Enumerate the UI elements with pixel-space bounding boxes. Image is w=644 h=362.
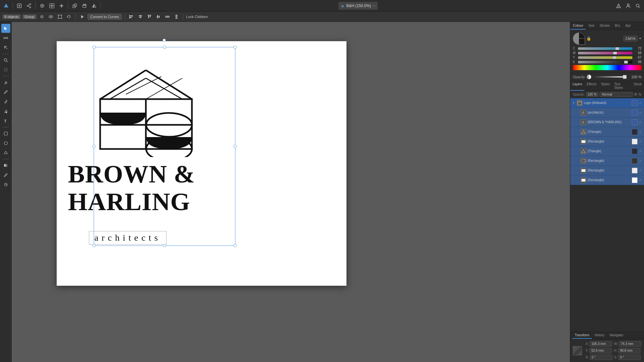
measure-tool[interactable] [1,180,10,189]
layers-fx-icon[interactable]: fx [639,92,641,97]
person-icon[interactable] [624,2,632,10]
layer-item[interactable]: A (architects) ✓ [570,108,644,117]
select-tool[interactable] [1,24,10,33]
tab-layers[interactable]: Layers [570,81,584,91]
eyedropper-tool[interactable] [1,171,10,180]
tab-effects[interactable]: Effects [584,81,599,91]
play-icon[interactable] [79,13,86,20]
pencil-tool[interactable] [1,88,10,97]
crop-tool[interactable] [1,65,10,74]
k-thumb[interactable] [624,61,628,63]
grid-icon[interactable] [57,2,66,10]
gradient-tool[interactable] [1,161,10,170]
opacity-slider[interactable] [593,76,627,78]
align-center-v-icon[interactable] [155,13,162,20]
zoom-tool[interactable] [1,56,10,65]
layer-visibility-check[interactable]: ✓ [639,159,642,163]
align-top-icon[interactable] [146,13,153,20]
pen-tool[interactable] [1,78,10,87]
tab-transform[interactable]: Transform [572,332,592,339]
layers-mode-select[interactable]: Normal [600,92,633,97]
align-center-h-icon[interactable] [137,13,144,20]
c-thumb[interactable] [615,47,619,50]
rotate-icon[interactable] [65,13,72,20]
convert-curves-btn[interactable]: Convert to Curves [88,14,122,20]
align-left-icon[interactable] [128,13,135,20]
layer-item[interactable]: ▼ Logo (Artboard) ✓ [570,98,644,108]
share-icon[interactable] [25,2,33,10]
search-icon[interactable] [634,2,642,10]
layer-visibility-check[interactable]: ✓ [639,168,642,173]
tab-colour[interactable]: Colour [570,22,586,30]
close-tab-icon[interactable]: × [373,4,375,8]
polygon-tool[interactable] [1,148,10,157]
fill-tool[interactable] [1,107,10,116]
tab-history[interactable]: History [592,332,607,339]
m-bar[interactable] [578,52,632,54]
layer-visibility-check[interactable]: ✓ [639,101,642,105]
y-bar[interactable] [578,56,632,59]
opacity-thumb[interactable] [623,75,627,79]
rotation-handle[interactable] [163,39,166,42]
align-distribute-icon[interactable] [164,13,171,20]
shape-tool[interactable] [1,129,10,138]
app-icon-affinity[interactable] [2,2,10,10]
color-lock-icon[interactable]: 🔒 [586,36,591,41]
layer-visibility-check[interactable]: ✓ [639,110,642,115]
canvas-area[interactable]: BROWN & HARLING architects [12,22,570,362]
k-bar[interactable] [578,61,632,63]
warning-icon[interactable] [614,2,623,10]
r-input[interactable] [590,355,612,360]
s-input[interactable] [618,355,641,360]
flip-icon[interactable] [90,2,98,10]
layer-item[interactable]: (Rectangle) ✓ [570,156,644,166]
tab-text-styles[interactable]: Text Styles [612,81,631,91]
x-input[interactable] [590,341,612,347]
align-distribute-v-icon[interactable] [173,13,180,20]
m-thumb[interactable] [613,52,617,54]
y-input[interactable] [589,348,612,353]
tab-stock[interactable]: Stock [631,81,644,91]
c-bar[interactable] [578,47,632,50]
view-icon[interactable] [38,2,46,10]
arrange-icon-1[interactable] [71,2,79,10]
transform-tool[interactable] [1,43,10,52]
layer-item[interactable]: (Triangle) ✓ [570,127,644,137]
layer-item[interactable]: (Rectangle) ✓ [570,175,644,185]
visibility-icon[interactable] [47,13,54,20]
zoom-icon[interactable] [48,2,56,10]
layer-visibility-check[interactable]: ✓ [639,130,642,134]
new-doc-icon[interactable] [15,2,24,10]
tab-apr[interactable]: Apr [623,22,633,30]
transform-icon[interactable] [56,13,63,20]
color-swatch-outer[interactable] [573,32,585,45]
spectrum-bar[interactable] [573,65,641,70]
layers-gear-icon[interactable]: ⚙ [634,92,637,97]
layer-item[interactable]: (Triangle) ✓ [570,146,644,156]
brush-tool[interactable] [1,97,10,106]
tab-swt[interactable]: Swt [586,22,597,30]
w-input[interactable] [619,341,641,347]
node-icon[interactable] [38,13,45,20]
layer-item[interactable]: (Rectangle) ✓ [570,166,644,175]
tab-navigator[interactable]: Navigator [607,332,626,339]
layers-opacity-value[interactable]: 100 % [586,92,598,97]
tab-brs[interactable]: Brs [612,22,623,30]
color-mode-label[interactable]: CMYK [623,36,638,42]
layer-visibility-check[interactable]: ✓ [639,178,642,182]
layer-visibility-check[interactable]: ✓ [639,149,642,153]
tab-styles[interactable]: Styles [599,81,612,91]
h-input[interactable] [618,348,640,353]
arrange-icon-2[interactable] [80,2,89,10]
layer-visibility-check[interactable]: ✓ [639,120,642,125]
m-label: M [573,51,577,55]
layer-item[interactable]: A (BROWN & *HARLING) ✓ [570,117,644,127]
text-tool[interactable]: T [1,116,10,125]
ellipse-tool[interactable] [1,139,10,148]
y-thumb[interactable] [612,56,616,59]
document-title-box[interactable]: B&H (150.0%) × [338,2,377,10]
layer-visibility-check[interactable]: ✓ [639,139,642,144]
node-tool[interactable] [1,33,10,42]
tab-stroke[interactable]: Stroke [597,22,612,30]
layer-item[interactable]: (Rectangle) ✓ [570,137,644,146]
